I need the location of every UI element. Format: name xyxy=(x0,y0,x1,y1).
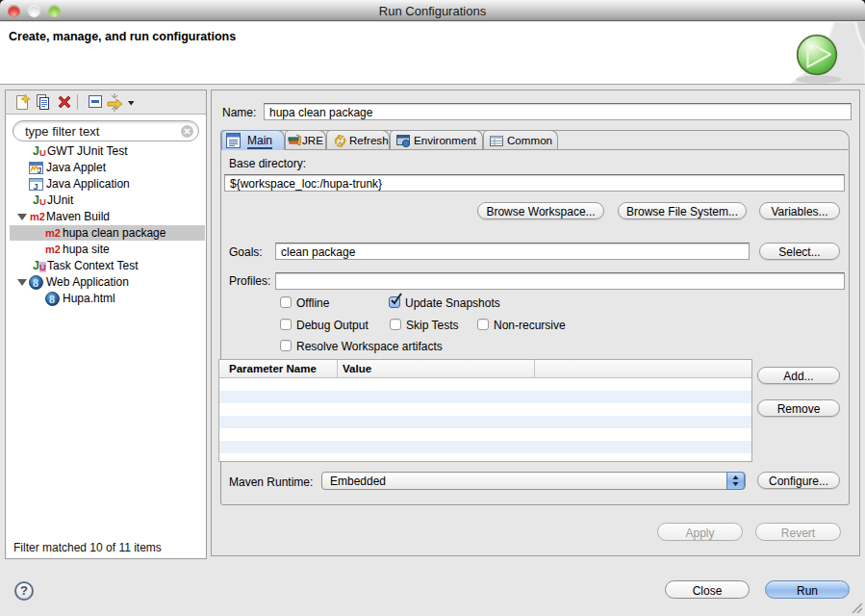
svg-text:J: J xyxy=(34,182,38,192)
svg-text:J: J xyxy=(38,166,42,175)
svg-text:8: 8 xyxy=(49,293,55,306)
svg-text:8: 8 xyxy=(33,276,38,290)
